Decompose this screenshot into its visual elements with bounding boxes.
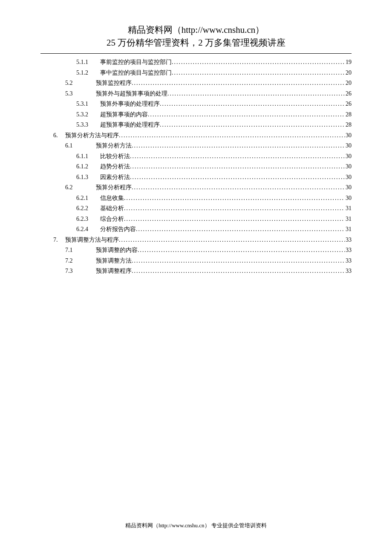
toc-entry-title: 预算调整方法与程序 [65,235,119,246]
toc-entry-title: 预算外与超预算事项的处理 [96,89,167,99]
toc-leader-dots [132,78,345,89]
footer-text: 精品资料网（http://www.cnshu.cn） 专业提供企管培训资料 [125,522,267,529]
toc-entry-title: 预算分析程序 [96,182,132,193]
toc-leader-dots [124,214,345,225]
toc-entry-page: 20 [345,68,352,78]
toc-entry: 7.预算调整方法与程序33 [40,235,352,246]
toc-entry-number: 5.2 [65,78,96,89]
toc-entry-page: 26 [345,89,352,99]
toc-entry: 7.1预算调整的内容33 [40,245,352,256]
toc-entry-number: 7. [53,235,65,246]
toc-leader-dots [136,224,345,235]
toc-entry-page: 19 [345,57,352,68]
toc-entry: 6.1.2趋势分析法30 [40,162,352,172]
toc-entry-number: 6.2.1 [76,193,100,204]
toc-entry-title: 综合分析 [100,214,124,225]
toc-entry: 5.1.2事中监控的项目与监控部门20 [40,68,352,78]
toc-entry: 6.2.4分析报告内容31 [40,224,352,235]
toc-leader-dots [130,162,345,172]
toc-entry-page: 33 [345,235,352,246]
toc-entry-number: 6.1 [65,141,96,151]
toc-entry-page: 33 [345,245,352,256]
document-page: 精品资料网（http://www.cnshu.cn） 25 万份精华管理资料，2… [0,0,392,277]
toc-entry-page: 30 [345,172,352,183]
toc-leader-dots [160,99,345,110]
toc-leader-dots [130,151,345,162]
toc-entry-number: 6.2.2 [76,203,100,214]
toc-entry-number: 6.2.3 [76,214,100,225]
toc-entry-number: 6.2 [65,182,96,193]
toc-entry: 6.2.2基础分析31 [40,203,352,214]
toc-entry-title: 预算外事项的处理程序 [100,99,160,110]
toc-entry-page: 33 [345,256,352,266]
toc-entry: 7.2预算调整方法33 [40,256,352,266]
toc-entry-title: 事中监控的项目与监控部门 [100,68,172,78]
toc-entry-page: 33 [345,266,352,277]
toc-entry: 6.2.3综合分析31 [40,214,352,225]
toc-entry-title: 预算分析方法与程序 [65,130,119,141]
toc-entry-title: 预算分析方法 [96,141,132,151]
toc-entry: 5.3.2超预算事项的内容28 [40,110,352,120]
toc-leader-dots [132,256,345,266]
toc-entry-number: 6.1.3 [76,172,100,183]
toc-leader-dots [132,266,345,277]
toc-entry: 6.2.1信息收集30 [40,193,352,204]
toc-entry-page: 30 [345,151,352,162]
toc-entry-title: 超预算事项的处理程序 [100,120,160,130]
page-footer: 精品资料网（http://www.cnshu.cn） 专业提供企管培训资料 [0,522,392,529]
toc-leader-dots [148,110,345,120]
toc-leader-dots [132,182,345,193]
toc-leader-dots [172,68,345,78]
toc-entry: 6.1.3因素分析法30 [40,172,352,183]
toc-leader-dots [167,89,345,99]
toc-entry-page: 30 [345,182,352,193]
toc-entry-title: 预算调整程序 [96,266,132,277]
toc-leader-dots [130,172,345,183]
toc-entry: 6.预算分析方法与程序30 [40,130,352,141]
toc-entry-page: 31 [345,203,352,214]
toc-entry-number: 6. [53,130,65,141]
toc-entry: 5.2预算监控程序20 [40,78,352,89]
toc-entry-title: 因素分析法 [100,172,130,183]
toc-leader-dots [124,193,345,204]
toc-leader-dots [172,57,345,68]
toc-entry-number: 7.2 [65,256,96,266]
header-site-title: 精品资料网（http://www.cnshu.cn） [40,23,352,36]
toc-leader-dots [119,130,345,141]
table-of-contents: 5.1.1事前监控的项目与监控部门195.1.2事中监控的项目与监控部门205.… [40,57,352,277]
page-header: 精品资料网（http://www.cnshu.cn） 25 万份精华管理资料，2… [40,23,352,49]
toc-entry-title: 预算监控程序 [96,78,132,89]
header-rule [40,53,352,54]
toc-entry-page: 30 [345,130,352,141]
toc-entry-number: 6.2.4 [76,224,100,235]
toc-entry-number: 6.1.1 [76,151,100,162]
toc-entry: 5.3.3超预算事项的处理程序28 [40,120,352,130]
toc-entry-title: 比较分析法 [100,151,130,162]
toc-leader-dots [138,245,345,256]
toc-entry: 6.2预算分析程序30 [40,182,352,193]
toc-entry-page: 30 [345,193,352,204]
toc-entry-title: 预算调整的内容 [96,245,138,256]
toc-entry-page: 31 [345,224,352,235]
toc-entry-title: 事前监控的项目与监控部门 [100,57,172,68]
toc-entry-number: 5.1.2 [76,68,100,78]
toc-entry: 5.3预算外与超预算事项的处理26 [40,89,352,99]
toc-leader-dots [160,120,345,130]
toc-leader-dots [132,141,345,151]
toc-entry-number: 5.3.3 [76,120,100,130]
toc-entry-number: 7.3 [65,266,96,277]
toc-entry-page: 30 [345,162,352,172]
toc-entry-page: 31 [345,214,352,225]
toc-entry-title: 基础分析 [100,203,124,214]
toc-entry-number: 6.1.2 [76,162,100,172]
toc-leader-dots [124,203,345,214]
toc-entry-number: 5.3 [65,89,96,99]
toc-entry-title: 信息收集 [100,193,124,204]
toc-entry-number: 5.3.2 [76,110,100,120]
toc-entry-page: 26 [345,99,352,110]
toc-entry-page: 20 [345,78,352,89]
toc-entry-title: 趋势分析法 [100,162,130,172]
toc-entry: 6.1预算分析方法30 [40,141,352,151]
toc-entry-number: 7.1 [65,245,96,256]
toc-leader-dots [119,235,345,246]
